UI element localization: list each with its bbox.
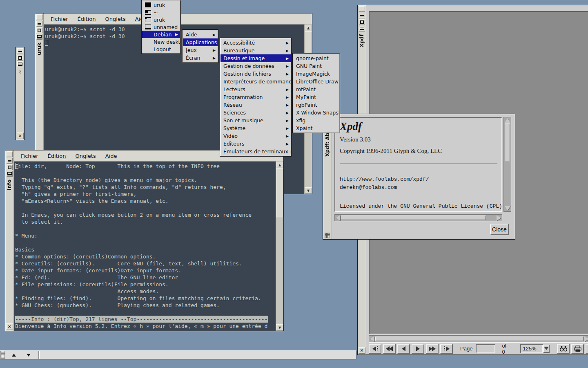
menu-item-systeme[interactable]: Système▶ — [220, 124, 291, 132]
panel-down-button[interactable] — [23, 351, 34, 359]
menu-onglets[interactable]: Onglets — [105, 16, 126, 22]
window-shade-button[interactable] — [359, 26, 365, 31]
info-scrollbar[interactable]: ▲ ▼ — [276, 162, 283, 331]
menu-item-mtpaint[interactable]: mtPaint — [293, 85, 339, 93]
menu-item-gnome-paint[interactable]: gnome-paint — [293, 54, 339, 62]
scroll-left-icon[interactable] — [336, 215, 340, 221]
menu-item-libreoffice-draw[interactable]: LibreOffice Draw — [293, 78, 339, 85]
next-ten-pages-button[interactable] — [426, 344, 439, 354]
close-button[interactable]: Close — [490, 224, 509, 235]
menu-item-programmation[interactable]: Programmation▶ — [220, 93, 291, 101]
scroll-down-icon[interactable] — [505, 206, 510, 211]
window-shade-button[interactable] — [17, 61, 23, 67]
menu-item-x-window-snapshot[interactable]: X Window Snapshot — [293, 109, 339, 117]
menu-item-ecran[interactable]: Écran▶ — [183, 54, 218, 62]
menu-item-accessibilite[interactable]: Accessibilité▶ — [220, 39, 291, 47]
menu-aide[interactable]: Aide — [105, 153, 117, 159]
scroll-right-icon[interactable] — [497, 215, 501, 221]
info-output[interactable]: File: dir, Node: Top This is the top of … — [14, 162, 276, 331]
panel-grip[interactable] — [0, 351, 5, 359]
menu-item-applications[interactable]: Applications▶ — [183, 38, 218, 46]
scroll-down-icon[interactable]: ▼ — [305, 187, 312, 194]
window-shade-button[interactable] — [7, 171, 13, 177]
about-text-area: Xpdf Version 3.03 Copyright 1996-2011 Gl… — [334, 117, 502, 212]
menu-item-debian[interactable]: Debian▶ — [142, 31, 180, 38]
menu-item-lecteurs[interactable]: Lecteurs▶ — [220, 85, 291, 93]
menu-item-window-uruk2[interactable]: uruk — [142, 16, 180, 23]
window-menu-button[interactable] — [36, 14, 42, 20]
menu-edition[interactable]: Édition — [48, 153, 66, 159]
scroll-down-icon[interactable]: ▼ — [276, 324, 283, 331]
menu-item-bureautique[interactable]: Bureautique▶ — [220, 47, 291, 54]
scroll-up-icon[interactable]: ▲ — [276, 162, 283, 168]
menu-fichier[interactable]: Fichier — [21, 153, 38, 159]
window-close-button[interactable]: ✕ — [6, 323, 13, 330]
scroll-left-icon[interactable] — [370, 336, 374, 342]
menu-item-window-home[interactable]: ~ — [142, 9, 180, 16]
scroll-up-icon[interactable] — [505, 118, 510, 123]
next-page-button[interactable] — [412, 344, 424, 354]
window-shade-button[interactable] — [36, 34, 42, 40]
prev-page-button[interactable] — [397, 344, 410, 354]
menu-item-reseau[interactable]: Réseau▶ — [220, 101, 291, 109]
menu-item-aide[interactable]: Aide▶ — [183, 31, 218, 38]
prev-ten-pages-button[interactable] — [383, 344, 396, 354]
window-maximize-button[interactable] — [17, 55, 23, 61]
menu-item-sciences[interactable]: Sciences▶ — [220, 109, 291, 117]
zoom-value[interactable]: 125% — [520, 344, 543, 353]
zoom-dropdown-button[interactable] — [543, 345, 550, 353]
menu-item-window-unnamed[interactable]: unnamed — [142, 23, 180, 31]
window-menu-button[interactable] — [7, 151, 13, 157]
menu-item-new-desktop[interactable]: New desktop — [142, 38, 180, 45]
print-button[interactable] — [571, 344, 584, 354]
menu-item-emulateurs[interactable]: Émulateurs de terminaux▶ — [220, 148, 291, 155]
scroll-right-icon[interactable] — [584, 336, 588, 342]
menu-item-window-uruk[interactable]: uruk — [142, 1, 180, 9]
menu-item-gestion-de-fichiers[interactable]: Gestion de fichiers▶ — [220, 70, 291, 78]
window-iconify-button[interactable] — [359, 13, 365, 18]
window-maximize-button[interactable] — [36, 27, 42, 33]
menu-item-rgbpaint[interactable]: rgbPaint — [293, 101, 339, 109]
scrollbar-thumb[interactable] — [341, 215, 486, 220]
menu-onglets[interactable]: Onglets — [76, 153, 96, 159]
menu-item-editeurs[interactable]: Éditeurs▶ — [220, 140, 291, 148]
window-close-button[interactable]: ✕ — [359, 347, 365, 354]
about-horizontal-scrollbar[interactable] — [334, 214, 502, 221]
page-number-input[interactable] — [476, 344, 495, 353]
about-button[interactable]: ? — [586, 344, 588, 354]
window-iconify-button[interactable] — [7, 158, 13, 164]
menu-item-gnu-paint[interactable]: GNU Paint — [293, 62, 339, 70]
window-maximize-button[interactable] — [7, 164, 13, 170]
menu-item-mypaint[interactable]: MyPaint — [293, 93, 339, 101]
zoom-combo[interactable]: 125% — [520, 344, 550, 353]
menu-item-xfig[interactable]: xfig — [293, 117, 339, 124]
pdf-horizontal-scrollbar[interactable] — [369, 335, 588, 342]
window-maximize-button[interactable] — [359, 19, 365, 25]
find-button[interactable] — [557, 344, 570, 354]
menu-item-video[interactable]: Vidéo▶ — [220, 132, 291, 140]
scrollbar-thumb[interactable] — [305, 31, 312, 54]
scrollbar-thumb[interactable] — [505, 123, 510, 161]
menu-item-xpaint[interactable]: Xpaint — [293, 124, 339, 132]
menu-item-interpreteurs[interactable]: Interpréteurs de commandes▶ — [220, 78, 291, 85]
menu-item-son-et-musique[interactable]: Son et musique▶ — [220, 117, 291, 124]
menu-item-gestion-de-donnees[interactable]: Gestion de données▶ — [220, 62, 291, 70]
window-iconify-button[interactable] — [17, 48, 23, 54]
back-button[interactable] — [369, 344, 381, 354]
menu-edition[interactable]: Édition — [78, 16, 96, 22]
window-menu-button[interactable] — [359, 6, 365, 12]
scrollbar-thumb[interactable] — [276, 168, 283, 217]
menu-fichier[interactable]: Fichier — [51, 16, 68, 22]
forward-button[interactable] — [440, 344, 453, 354]
window-iconify-button[interactable] — [36, 21, 42, 27]
about-vertical-scrollbar[interactable] — [503, 117, 511, 212]
menu-item-jeux[interactable]: Jeux▶ — [183, 46, 218, 54]
scroll-up-icon[interactable]: ▲ — [305, 25, 312, 31]
resize-grip[interactable] — [325, 233, 330, 238]
menu-item-dessin-et-image[interactable]: Dessin et image▶ — [220, 54, 291, 62]
panel-up-button[interactable] — [8, 351, 20, 359]
menu-item-imagemagick[interactable]: ImageMagick — [293, 70, 339, 78]
window-close-button[interactable]: ✕ — [17, 132, 24, 139]
scrollbar-thumb[interactable] — [375, 337, 584, 341]
menu-item-logout[interactable]: Logout — [142, 45, 180, 53]
